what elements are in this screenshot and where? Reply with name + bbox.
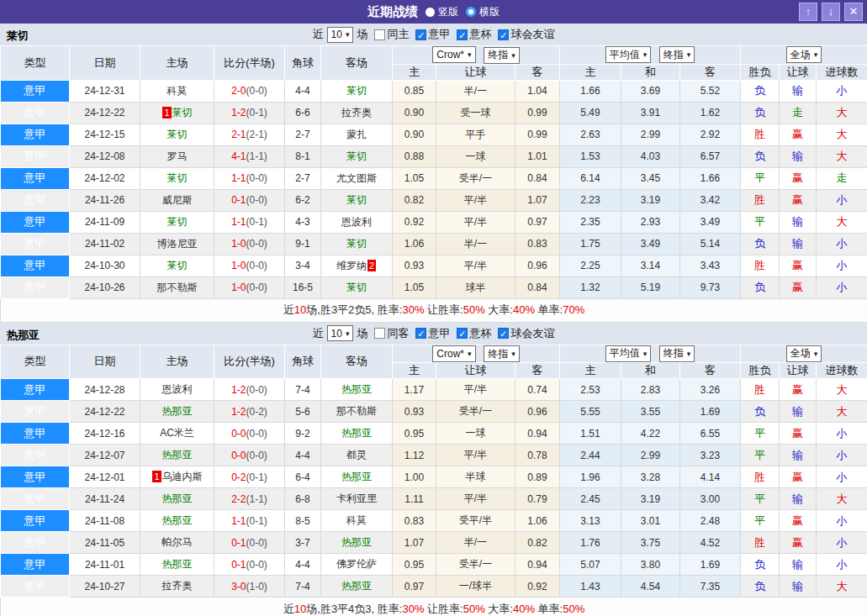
crown-handicap: 平/半 — [436, 255, 515, 276]
chevron-down-icon: ▾ — [687, 50, 691, 59]
crown-away-odds: 0.82 — [515, 532, 560, 554]
filter-label: 球会友谊 — [510, 27, 554, 42]
result-cell: 平 — [741, 510, 780, 532]
away-team-cell: 热那亚 — [321, 423, 393, 445]
filter-controls: 近10▾场同主✓意甲✓意杯✓球会友谊 — [0, 24, 867, 45]
away-team-cell: 莱切 — [321, 276, 393, 298]
result-cell: 负 — [741, 102, 780, 124]
corner-cell: 2-7 — [285, 167, 321, 189]
filter-checkbox[interactable] — [374, 29, 385, 40]
euro-draw-odds: 3.91 — [621, 102, 680, 124]
home-team-cell: 科莫 — [140, 80, 214, 102]
score-cell: 0-2(0-1) — [214, 466, 285, 488]
euro-away-odds: 1.69 — [680, 401, 741, 423]
goals-result-cell: 大 — [817, 102, 867, 124]
match-row: 意甲24-12-28恩波利1-2(0-0)7-4热那亚1.17平/半0.742.… — [1, 379, 867, 401]
crown-home-odds: 1.07 — [393, 532, 436, 554]
bookmaker-select[interactable]: Crow*▾ — [432, 46, 475, 63]
layout-radio-vertical[interactable]: 竖版 — [426, 5, 458, 19]
euro-home-odds: 1.76 — [560, 532, 621, 554]
goals-result-cell: 大 — [817, 211, 867, 233]
euro-draw-odds: 2.99 — [621, 445, 680, 466]
chevron-down-icon: ▾ — [468, 50, 472, 59]
match-row: 意甲24-12-07热那亚0-0(0-0)4-4都灵1.12平/半0.782.4… — [1, 445, 867, 466]
final-odds-select[interactable]: 终指▾ — [659, 345, 695, 362]
date-cell: 24-12-22 — [70, 102, 140, 124]
match-row: 意甲24-12-011乌迪内斯0-2(0-1)6-4热那亚1.00半球0.891… — [1, 466, 867, 488]
move-up-button[interactable]: ↑ — [799, 3, 817, 21]
match-count-select[interactable]: 10▾ — [327, 27, 354, 43]
away-team-cell: 热那亚 — [321, 532, 393, 554]
filter-checkbox[interactable] — [374, 328, 385, 339]
near-label: 近 — [313, 27, 324, 42]
final-odds-select[interactable]: 终指▾ — [659, 46, 695, 63]
result-cell: 负 — [741, 401, 780, 423]
away-team-cell: 恩波利 — [321, 211, 393, 233]
league-cell: 意甲 — [1, 576, 70, 598]
league-cell: 意甲 — [1, 488, 70, 510]
result-cell: 平 — [741, 488, 780, 510]
away-team-cell: 蒙扎 — [321, 124, 393, 145]
col-home: 主场 — [140, 345, 214, 379]
filter-checkbox[interactable]: ✓ — [498, 328, 509, 339]
away-team-cell: 尤文图斯 — [321, 167, 393, 189]
summary-text: 单率: — [535, 603, 563, 615]
asian-result-cell: 赢 — [780, 423, 817, 445]
asian-result-cell: 赢 — [780, 189, 817, 211]
crown-away-odds: 0.79 — [515, 488, 560, 510]
away-team-cell: 卡利亚里 — [321, 488, 393, 510]
summary-text: 让胜率: — [424, 303, 463, 316]
match-count-select[interactable]: 10▾ — [327, 325, 354, 341]
chevron-down-icon: ▾ — [643, 50, 648, 59]
score-cell: 0-0(0-0) — [214, 445, 285, 466]
filter-checkbox[interactable]: ✓ — [415, 29, 426, 40]
asian-result-cell: 输 — [780, 211, 817, 233]
euro-home-odds: 2.25 — [560, 255, 621, 276]
average-select[interactable]: 平均值▾ — [605, 345, 652, 362]
league-cell: 意甲 — [1, 211, 70, 233]
match-row: 意甲24-12-02莱切1-1(0-0)2-7尤文图斯1.05受半/一0.846… — [1, 167, 867, 189]
chevron-down-icon: ▾ — [346, 30, 350, 39]
full-match-select[interactable]: 全场▾ — [786, 345, 822, 362]
score-cell: 0-1(0-0) — [214, 532, 285, 554]
filter-checkbox[interactable]: ✓ — [457, 29, 468, 40]
match-row: 意甲24-11-09莱切1-1(0-1)4-3恩波利0.92平/半0.972.3… — [1, 211, 867, 233]
crown-handicap: 平/半 — [436, 379, 515, 401]
away-team-cell: 科莫 — [321, 510, 393, 532]
final-odds-select[interactable]: 终指▾ — [484, 47, 520, 64]
euro-draw-odds: 3.45 — [621, 167, 680, 189]
euro-away-odds: 7.35 — [680, 576, 741, 598]
average-select[interactable]: 平均值▾ — [605, 46, 652, 63]
crown-home-odds: 1.17 — [393, 379, 436, 401]
close-button[interactable]: ✕ — [844, 3, 863, 21]
euro-away-odds: 2.92 — [680, 124, 741, 145]
layout-radio-horizontal[interactable]: 横版 — [466, 5, 500, 19]
bookmaker-select[interactable]: Crow*▾ — [432, 345, 475, 362]
filter-checkbox[interactable]: ✓ — [457, 328, 468, 339]
crown-handicap: 一球 — [436, 145, 515, 167]
full-match-select[interactable]: 全场▾ — [786, 46, 822, 63]
crown-away-odds: 0.96 — [515, 255, 560, 276]
col-score: 比分(半场) — [214, 46, 285, 81]
euro-home-odds: 5.49 — [560, 102, 621, 124]
team-section-lecce: 莱切 近10▾场同主✓意甲✓意杯✓球会友谊 类型 日期 主场 比分(半场) 角球… — [0, 24, 867, 323]
euro-away-odds: 3.23 — [680, 445, 741, 466]
col-away: 客场 — [321, 46, 393, 81]
sub-home: 主 — [393, 363, 436, 379]
sub-home-euro: 主 — [560, 64, 621, 80]
final-odds-select[interactable]: 终指▾ — [484, 345, 520, 362]
home-team-cell: 1莱切 — [140, 102, 214, 124]
corner-cell: 9-1 — [285, 233, 321, 255]
result-cell: 平 — [741, 423, 780, 445]
away-team-cell: 莱切 — [321, 145, 393, 167]
filter-checkbox[interactable]: ✓ — [415, 328, 426, 339]
crown-home-odds: 0.90 — [393, 102, 436, 124]
sub-away: 客 — [515, 64, 560, 80]
match-row: 意甲24-11-08热那亚1-1(0-1)8-5科莫0.83受平/半1.063.… — [1, 510, 867, 532]
away-team-cell: 莱切 — [321, 233, 393, 255]
move-down-button[interactable]: ↓ — [822, 3, 840, 21]
asian-result-cell: 赢 — [780, 124, 817, 145]
crown-handicap: 受半/一 — [436, 167, 515, 189]
league-cell: 意甲 — [1, 466, 70, 488]
filter-checkbox[interactable]: ✓ — [498, 29, 509, 40]
